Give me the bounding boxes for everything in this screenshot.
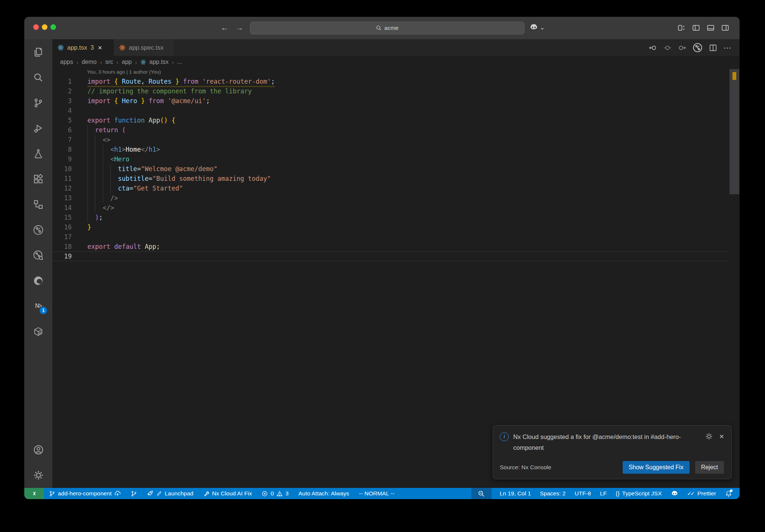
code-line[interactable]: 15); [52, 213, 729, 222]
copilot-icon [671, 490, 678, 497]
code-line[interactable]: 13/> [52, 193, 729, 203]
breadcrumb-item[interactable]: apps [60, 59, 73, 65]
more-actions-button[interactable]: ⋯ [724, 43, 731, 52]
previous-change-icon[interactable] [649, 44, 657, 52]
breadcrumb-item[interactable]: demo [82, 59, 97, 65]
tab-app-spec-tsx[interactable]: app.spec.tsx [114, 39, 174, 56]
notifications-bell[interactable] [725, 490, 732, 497]
code-line[interactable]: 2// importing the component from the lib… [52, 86, 729, 96]
reject-button[interactable]: Reject [695, 461, 724, 474]
tab-label: app.spec.tsx [129, 44, 164, 51]
accounts-button[interactable] [24, 437, 52, 463]
warning-icon [276, 491, 283, 497]
sidebar-item-search[interactable] [24, 65, 52, 90]
line-number: 11 [52, 174, 72, 183]
sidebar-item-project-structure[interactable] [24, 192, 52, 217]
code-line[interactable]: 7<> [52, 135, 729, 145]
chevron-right-icon: › [77, 59, 78, 65]
status-vim-mode[interactable]: -- NORMAL -- [359, 490, 394, 497]
publish-cloud-icon [114, 490, 121, 497]
sidebar-item-extensions[interactable] [24, 166, 52, 192]
sidebar-item-explorer[interactable] [24, 39, 52, 65]
breadcrumb-item[interactable]: app [122, 59, 132, 65]
scrollbar-thumb[interactable] [730, 69, 739, 194]
status-formatter[interactable]: ✓✓Prettier [687, 490, 716, 497]
code-line[interactable]: 1import { Route, Routes } from 'react-ro… [52, 77, 729, 86]
copilot-menu[interactable]: ⌄ [529, 23, 545, 32]
status-nx-cloud-fix[interactable]: Nx Cloud AI Fix [203, 490, 252, 497]
next-change-icon[interactable] [678, 44, 686, 52]
notification-toast: i Nx Cloud suggested a fix for @acme/dem… [493, 425, 732, 479]
remote-indicator[interactable] [24, 488, 44, 499]
sidebar-item-run-debug[interactable] [24, 115, 52, 141]
sidebar-item-testing[interactable] [24, 141, 52, 166]
code-line[interactable]: 17 [52, 232, 729, 242]
code-line[interactable]: 5export function App() { [52, 115, 729, 125]
status-branch[interactable]: add-hero-component [49, 490, 121, 497]
toggle-primary-sidebar-icon[interactable] [692, 24, 700, 32]
line-number: 9 [52, 154, 72, 164]
command-center-search[interactable]: acme [250, 22, 524, 34]
close-tab-button[interactable]: × [98, 44, 102, 52]
minimize-window-button[interactable] [42, 24, 47, 30]
code-line[interactable]: 12cta="Get Started" [52, 183, 729, 193]
status-zoom-indicator[interactable] [471, 488, 492, 499]
toggle-secondary-sidebar-icon[interactable] [721, 24, 729, 32]
status-indentation[interactable]: Spaces: 2 [540, 490, 566, 497]
status-cursor-position[interactable]: Ln 19, Col 1 [500, 490, 531, 497]
warning-overview-mark [733, 72, 736, 80]
notification-settings-icon[interactable] [705, 433, 713, 440]
status-copilot[interactable] [671, 490, 678, 497]
code-line[interactable]: 3import { Hero } from '@acme/ui'; [52, 96, 729, 106]
status-eol[interactable]: LF [600, 490, 607, 497]
code-line[interactable]: 9<Hero [52, 154, 729, 164]
breadcrumb-symbol[interactable]: ... [177, 59, 182, 65]
code-line[interactable]: 10title="Welcmoe @acme/demo" [52, 164, 729, 174]
navigate-back-button[interactable]: ← [221, 22, 229, 33]
status-auto-attach[interactable]: Auto Attach: Always [298, 490, 349, 497]
git-blame-annotation: You, 3 hours ago | 1 author (You) [87, 69, 161, 75]
breadcrumb-file[interactable]: app.tsx [149, 59, 169, 65]
status-language[interactable]: {}TypeScript JSX [616, 490, 662, 497]
navigate-forward-button[interactable]: → [236, 22, 244, 33]
sidebar-item-commit-graph[interactable] [24, 217, 52, 242]
react-file-icon [58, 44, 64, 51]
sidebar-item-commit-graph-search[interactable] [24, 242, 52, 268]
code-line[interactable]: 4 [52, 106, 729, 115]
toggle-panel-icon[interactable] [707, 24, 715, 32]
line-number: 12 [52, 183, 72, 193]
code-line[interactable]: 16} [52, 222, 729, 232]
sidebar-item-source-control[interactable] [24, 90, 52, 115]
code-line[interactable]: 6return ( [52, 125, 729, 135]
line-number: 15 [52, 213, 72, 222]
status-encoding[interactable]: UTF-8 [574, 490, 591, 497]
settings-button[interactable] [24, 463, 52, 488]
maximize-window-button[interactable] [50, 24, 56, 30]
circled-branch-icon [33, 225, 44, 235]
split-editor-icon[interactable] [709, 44, 717, 52]
sidebar-item-containers[interactable] [24, 319, 52, 344]
close-window-button[interactable] [33, 24, 39, 30]
notification-close-button[interactable]: × [719, 433, 724, 440]
code-line[interactable]: 18export default App; [52, 242, 729, 251]
double-check-icon: ✓✓ [687, 491, 695, 497]
line-number: 7 [52, 135, 72, 145]
git-branch-icon [49, 491, 55, 497]
code-line[interactable]: 14</> [52, 203, 729, 213]
status-launchpad[interactable]: Launchpad [147, 490, 193, 497]
customize-layout-icon[interactable] [678, 24, 685, 32]
status-problems[interactable]: 0 3 [261, 490, 288, 497]
sidebar-item-edge-browser[interactable] [24, 268, 52, 293]
code-line[interactable]: 11subtitle="Build something amazing toda… [52, 174, 729, 183]
editor-scrollbar[interactable] [729, 68, 740, 488]
show-suggested-fix-button[interactable]: Show Suggested Fix [623, 461, 690, 474]
react-test-file-icon [119, 44, 126, 51]
open-change-icon[interactable] [663, 44, 672, 52]
tab-app-tsx[interactable]: app.tsx 3 × [52, 39, 114, 56]
sidebar-item-nx-console[interactable]: N>1 [24, 293, 52, 319]
run-target-icon[interactable] [693, 43, 703, 53]
status-commit-graph[interactable] [131, 491, 137, 497]
breadcrumb-item[interactable]: src [105, 59, 113, 65]
code-line[interactable]: 8<h1>Home</h1> [52, 145, 729, 154]
code-line[interactable]: 19 [52, 251, 729, 261]
